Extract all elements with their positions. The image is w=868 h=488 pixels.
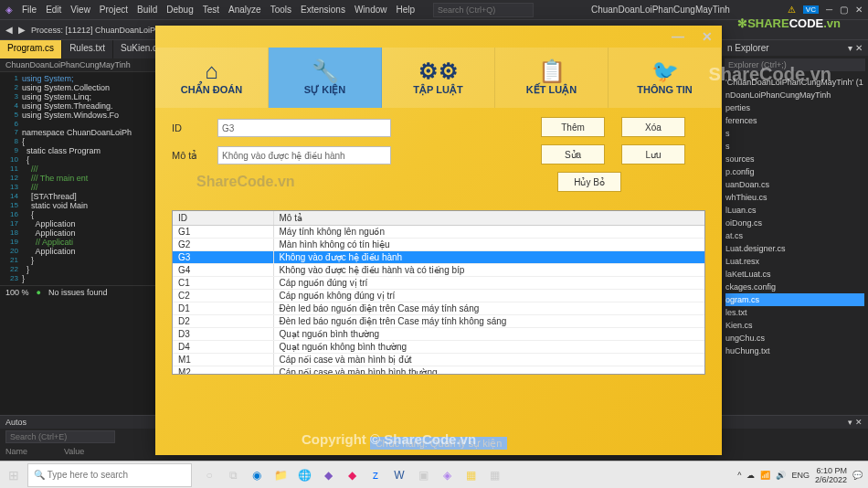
forward-icon[interactable]: ▶ <box>18 25 26 35</box>
add-button[interactable]: Thêm <box>541 117 605 137</box>
delete-button[interactable]: Xóa <box>621 117 685 137</box>
nav-su-kien[interactable]: 🔧SỰ KIỆN <box>269 48 382 108</box>
nav-chan-doan[interactable]: ⌂CHẨN ĐOÁN <box>155 48 269 108</box>
sol-node[interactable]: Luat.designer.cs <box>725 242 864 255</box>
start-button[interactable]: ⊞ <box>0 461 27 489</box>
menu-view[interactable]: View <box>70 5 90 15</box>
sol-node[interactable]: at.cs <box>725 229 864 242</box>
table-row[interactable]: D1Đèn led báo nguồn điện trên Case máy t… <box>173 302 704 315</box>
sol-node[interactable]: Kien.cs <box>725 319 864 332</box>
notifications-icon[interactable]: 💬 <box>852 471 863 480</box>
maximize-icon[interactable]: ▢ <box>840 5 848 15</box>
sol-node[interactable]: ferences <box>725 114 864 127</box>
tab-sukien[interactable]: SuKien.cs <box>113 40 155 58</box>
id-input[interactable] <box>217 119 391 137</box>
tray-cloud-icon[interactable]: ☁ <box>746 471 755 480</box>
save-button[interactable]: Lưu <box>621 144 685 164</box>
cortana-icon[interactable]: ○ <box>199 465 219 485</box>
sol-node[interactable]: ckages.config <box>725 281 864 293</box>
chrome-icon[interactable]: 🌐 <box>294 465 314 485</box>
sol-node[interactable]: ogram.cs <box>725 293 864 306</box>
solution-tree[interactable]: 'ChuanDoanLoiPhanCungMayTinh' (1 of 1 pr… <box>722 74 868 359</box>
vs-search-input[interactable] <box>433 3 534 17</box>
nav-thong-tin[interactable]: 🐦THÔNG TIN <box>609 48 722 108</box>
sol-node[interactable]: huChung.txt <box>725 345 864 357</box>
sol-node[interactable]: s <box>725 140 864 153</box>
app-icon-4[interactable]: ▦ <box>460 465 481 485</box>
menu-debug[interactable]: Debug <box>166 5 193 15</box>
menu-analyze[interactable]: Analyze <box>228 5 261 15</box>
sol-node[interactable]: les.txt <box>725 306 864 319</box>
vs-icon[interactable]: ◈ <box>437 465 457 485</box>
table-row[interactable]: C1Cáp nguồn đúng vị trí <box>173 277 704 290</box>
table-row[interactable]: D4Quạt nguồn không bình thường <box>173 341 704 354</box>
table-row[interactable]: G3Không vào được hệ điều hành <box>173 251 704 264</box>
sol-node[interactable]: oiDong.cs <box>725 217 864 229</box>
table-row[interactable]: M2Cáp nối case và màn hình bình thường <box>173 366 704 376</box>
taskbar-clock[interactable]: 6:10 PM 2/6/2022 <box>815 466 847 484</box>
data-grid[interactable]: ID Mô tả G1Máy tính không lên nguồnG2Màn… <box>172 210 705 375</box>
sol-pin-icon[interactable]: ▾ ✕ <box>848 43 863 53</box>
app-icon-2[interactable]: ◆ <box>342 465 362 485</box>
table-row[interactable]: D3Quạt nguồn bình thường <box>173 328 704 341</box>
warning-icon[interactable]: ⚠ <box>788 5 796 15</box>
sol-search[interactable]: Explorer (Ctrl+;) <box>725 58 865 71</box>
autos-search[interactable] <box>5 430 115 443</box>
sol-node[interactable]: sources <box>725 153 864 165</box>
app-icon-3[interactable]: ▣ <box>413 465 433 485</box>
menu-project[interactable]: Project <box>100 5 128 15</box>
sol-node[interactable]: lLuan.cs <box>725 204 864 217</box>
cancel-button[interactable]: Hủy Bỏ <box>557 172 621 192</box>
table-row[interactable]: C2Cáp nguồn không đúng vị trí <box>173 290 704 302</box>
table-row[interactable]: G4Không vào được hệ điều hành và có tiến… <box>173 264 704 277</box>
sol-node[interactable]: perties <box>725 101 864 114</box>
menu-file[interactable]: File <box>22 5 37 15</box>
grid-header-id[interactable]: ID <box>173 211 273 226</box>
sol-node[interactable]: ungChu.cs <box>725 332 864 345</box>
nav-tap-luat[interactable]: ⚙⚙TẬP LUẬT <box>382 48 495 108</box>
tab-rules[interactable]: Rules.txt <box>62 40 113 58</box>
edit-button[interactable]: Sửa <box>541 144 605 164</box>
sol-node[interactable]: nDoanLoiPhanCungMayTinh <box>725 89 864 101</box>
nav-ket-luan[interactable]: 📋KẾT LUẬN <box>495 48 609 108</box>
sol-node[interactable]: s <box>725 127 864 140</box>
sol-node[interactable]: p.config <box>725 165 864 178</box>
menu-window[interactable]: Window <box>355 5 387 15</box>
app-icon-5[interactable]: ▦ <box>484 465 504 485</box>
taskbar-search[interactable]: 🔍 Type here to search <box>27 463 192 487</box>
explorer-icon[interactable]: 📁 <box>270 465 291 485</box>
menu-edit[interactable]: Edit <box>46 5 61 15</box>
minimize-icon[interactable]: ─ <box>826 5 832 15</box>
sol-node[interactable]: 'ChuanDoanLoiPhanCungMayTinh' (1 of 1 pr… <box>725 76 864 89</box>
grid-header-desc[interactable]: Mô tả <box>273 211 704 226</box>
tray-volume-icon[interactable]: 🔊 <box>776 471 786 480</box>
tray-wifi-icon[interactable]: 📶 <box>760 471 770 480</box>
tab-program[interactable]: Program.cs <box>0 40 62 58</box>
table-row[interactable]: G2Màn hình không có tín hiệu <box>173 239 704 251</box>
table-row[interactable]: D2Đèn led báo nguồn điện trên Case máy t… <box>173 315 704 328</box>
menu-tools[interactable]: Tools <box>270 5 291 15</box>
sol-node[interactable]: Luat.resx <box>725 255 864 268</box>
sol-node[interactable]: uanDoan.cs <box>725 178 864 191</box>
menu-help[interactable]: Help <box>396 5 415 15</box>
tray-chevron-icon[interactable]: ^ <box>737 471 741 480</box>
app-icon-1[interactable]: ◆ <box>318 465 338 485</box>
edge-icon[interactable]: ◉ <box>247 465 267 485</box>
sol-node[interactable]: laKetLuat.cs <box>725 268 864 281</box>
menu-build[interactable]: Build <box>137 5 157 15</box>
zalo-icon[interactable]: z <box>365 465 386 485</box>
word-icon[interactable]: W <box>389 465 409 485</box>
autos-pin-icon[interactable]: ▾ ✕ <box>848 418 863 427</box>
app-minimize-button[interactable]: — <box>669 29 687 44</box>
table-row[interactable]: G1Máy tính không lên nguồn <box>173 226 704 239</box>
desc-input[interactable] <box>217 146 391 164</box>
menu-test[interactable]: Test <box>203 5 219 15</box>
close-icon[interactable]: ✕ <box>855 5 863 15</box>
back-icon[interactable]: ◀ <box>5 25 13 35</box>
taskview-icon[interactable]: ⧉ <box>223 465 243 485</box>
code-area[interactable]: 1using System;2using System.Collection3u… <box>0 72 155 285</box>
sol-node[interactable]: whThieu.cs <box>725 191 864 204</box>
table-row[interactable]: M1Cáp nối case và màn hình bị đứt <box>173 354 704 366</box>
menu-extensions[interactable]: Extensions <box>301 5 345 15</box>
app-close-button[interactable]: ✕ <box>698 29 716 44</box>
